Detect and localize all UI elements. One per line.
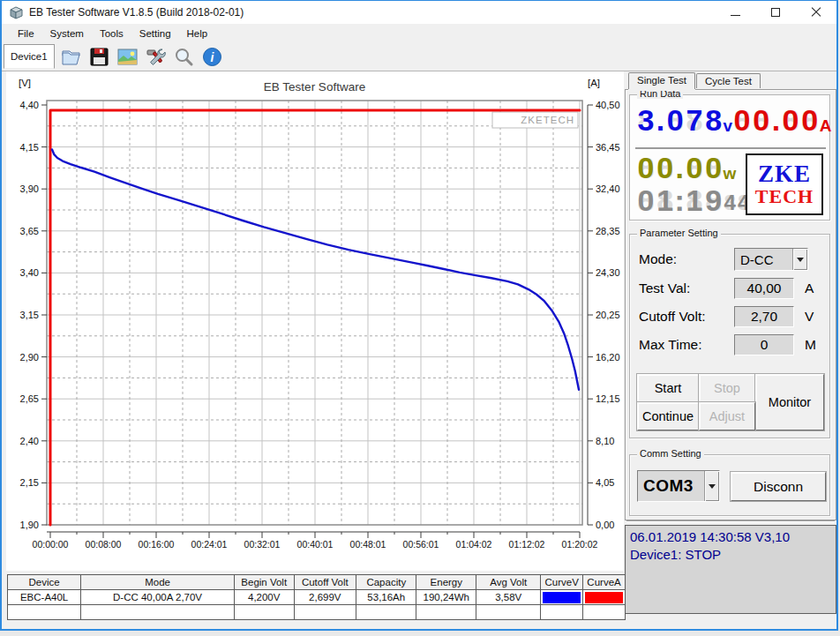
svg-text:12,15: 12,15 xyxy=(596,393,620,404)
menu-file[interactable]: File xyxy=(10,26,42,41)
svg-text:00:32:01: 00:32:01 xyxy=(244,539,281,550)
svg-text:1,90: 1,90 xyxy=(20,520,39,530)
current-unit: A xyxy=(820,116,832,136)
discharge-chart: ZKETECH4,404,153,903,653,403,152,902,652… xyxy=(6,71,624,571)
continue-button[interactable]: Continue xyxy=(637,402,699,430)
tab-single-test[interactable]: Single Test xyxy=(628,72,695,89)
menu-bar: File System Tools Setting Help xyxy=(2,24,836,42)
svg-text:00:16:00: 00:16:00 xyxy=(139,539,175,550)
svg-text:4,40: 4,40 xyxy=(20,100,39,110)
voltage-unit: v xyxy=(724,116,733,136)
panel-divider xyxy=(626,520,835,522)
menu-help[interactable]: Help xyxy=(179,26,216,41)
title-bar: EB Tester Software V1.8.5 (Build 2018-02… xyxy=(2,1,836,24)
max-time-unit: M xyxy=(805,337,816,353)
svg-text:3,90: 3,90 xyxy=(20,183,39,194)
toolbar: Device1 i xyxy=(2,42,836,71)
cell-device: EBC-A40L xyxy=(8,590,81,605)
svg-text:00:08:00: 00:08:00 xyxy=(86,539,122,550)
max-time-label: Max Time: xyxy=(639,337,701,353)
svg-text:4,15: 4,15 xyxy=(20,142,39,153)
maximize-icon[interactable] xyxy=(755,1,796,24)
close-icon[interactable] xyxy=(796,1,836,24)
svg-text:00:40:01: 00:40:01 xyxy=(297,539,334,550)
info-icon[interactable]: i xyxy=(201,45,224,68)
window-title: EB Tester Software V1.8.5 (Build 2018-02… xyxy=(29,6,244,19)
svg-text:40,50: 40,50 xyxy=(596,100,620,110)
com-port-select[interactable]: COM3 xyxy=(637,470,720,502)
run-data-group: Run Data 83.808788 v 8080.8080 A 8080.80… xyxy=(629,94,830,221)
status-box: 06.01.2019 14:30:58 V3,10 Device1: STOP xyxy=(625,525,836,614)
svg-text:01:20:02: 01:20:02 xyxy=(562,539,598,550)
cutoff-volt-input[interactable]: 2,70 xyxy=(734,306,794,327)
svg-text:2,15: 2,15 xyxy=(20,477,39,488)
current-display: 8080.8080 xyxy=(732,104,820,136)
chart-panel: ZKETECH4,404,153,903,653,403,152,902,652… xyxy=(6,71,624,571)
parameter-setting-group: Parameter Setting Mode: D-CC Test Val: 4… xyxy=(629,234,830,438)
app-window: EB Tester Software V1.8.5 (Build 2018-02… xyxy=(0,0,838,631)
svg-text:20,25: 20,25 xyxy=(596,310,620,320)
cell-energy: 190,24Wh xyxy=(416,590,476,605)
power-display: 8080.8080 xyxy=(636,152,724,183)
svg-text:3,15: 3,15 xyxy=(20,310,39,320)
curve-a-swatch xyxy=(585,592,623,603)
cutoff-volt-unit: V xyxy=(805,309,814,325)
cell-begin-volt: 4,200V xyxy=(234,590,294,605)
svg-text:2,65: 2,65 xyxy=(20,393,39,404)
stop-button[interactable]: Stop xyxy=(699,374,755,402)
svg-text:16,20: 16,20 xyxy=(596,352,620,363)
disconnect-button[interactable]: Disconn xyxy=(731,472,826,501)
svg-text:01:12:02: 01:12:02 xyxy=(509,539,545,550)
save-icon[interactable] xyxy=(88,45,111,68)
device-tab[interactable]: Device1 xyxy=(4,44,55,69)
table-empty-row xyxy=(8,605,626,620)
comm-setting-group: Comm Setting COM3 Disconn xyxy=(629,454,830,516)
comm-setting-legend: Comm Setting xyxy=(637,448,704,459)
tab-cycle-test[interactable]: Cycle Test xyxy=(696,73,761,88)
svg-text:8,10: 8,10 xyxy=(596,436,614,446)
cell-avg-volt: 3,58V xyxy=(476,590,541,605)
screen: EB Tester Software V1.8.5 (Build 2018-02… xyxy=(0,0,840,636)
com-port-dropdown-icon[interactable] xyxy=(704,471,719,501)
voltage-display: 83.808788 xyxy=(636,104,724,136)
svg-text:[A]: [A] xyxy=(588,78,600,88)
menu-setting[interactable]: Setting xyxy=(131,26,179,41)
image-icon[interactable] xyxy=(116,45,139,68)
minimize-icon[interactable] xyxy=(715,1,755,24)
mode-select[interactable]: D-CC xyxy=(734,248,808,271)
monitor-button[interactable]: Monitor xyxy=(755,374,824,430)
time-display: 8081::8189 xyxy=(636,184,724,216)
start-button[interactable]: Start xyxy=(637,374,699,402)
svg-text:24,30: 24,30 xyxy=(596,267,620,278)
menu-system[interactable]: System xyxy=(42,26,92,41)
adjust-button[interactable]: Adjust xyxy=(699,402,755,430)
zketech-logo: ZKE TECH xyxy=(746,153,823,215)
svg-text:2,40: 2,40 xyxy=(20,436,39,446)
power-unit: w xyxy=(724,164,737,183)
table-header-row: Device Mode Begin Volt Cutoff Volt Capac… xyxy=(8,575,626,590)
cell-capacity: 53,16Ah xyxy=(356,590,416,605)
mode-dropdown-icon[interactable] xyxy=(792,249,807,270)
max-time-input[interactable]: 0 xyxy=(734,334,794,355)
test-val-input[interactable]: 40,00 xyxy=(734,278,794,299)
svg-text:36,45: 36,45 xyxy=(596,142,620,153)
zoom-icon[interactable] xyxy=(173,45,196,68)
svg-text:00:48:01: 00:48:01 xyxy=(350,539,386,550)
svg-text:ZKETECH: ZKETECH xyxy=(521,115,574,125)
svg-text:0,00: 0,00 xyxy=(596,520,614,530)
test-val-label: Test Val: xyxy=(639,281,690,296)
svg-text:[V]: [V] xyxy=(19,78,31,88)
right-panel: Single Test Cycle Test Run Data 83.80878… xyxy=(625,73,838,614)
svg-text:32,40: 32,40 xyxy=(596,183,620,194)
svg-text:28,35: 28,35 xyxy=(596,226,620,236)
run-data-divider xyxy=(635,147,826,149)
menu-tools[interactable]: Tools xyxy=(92,26,131,41)
open-file-icon[interactable] xyxy=(60,45,83,68)
tools-icon[interactable] xyxy=(145,45,168,68)
table-row[interactable]: EBC-A40L D-CC 40,00A 2,70V 4,200V 2,699V… xyxy=(8,590,626,605)
svg-text:00:24:01: 00:24:01 xyxy=(191,539,228,550)
svg-text:3,65: 3,65 xyxy=(20,226,39,236)
status-timestamp: 06.01.2019 14:30:58 V3,10 xyxy=(630,528,831,546)
svg-text:2,90: 2,90 xyxy=(20,352,39,363)
status-device-state: Device1: STOP xyxy=(630,546,831,564)
